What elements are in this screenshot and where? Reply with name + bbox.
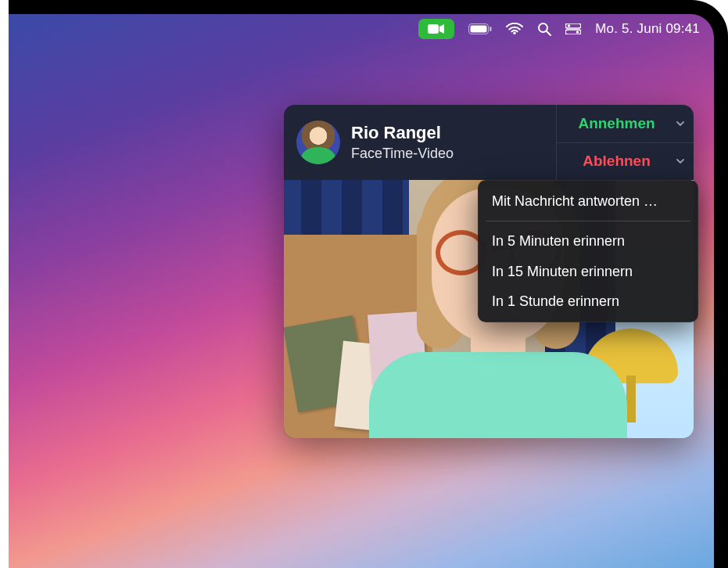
control-center-icon[interactable] <box>565 23 581 34</box>
caller-text: Rio Rangel FaceTime-Video <box>351 123 454 161</box>
facetime-status-pill[interactable] <box>418 19 454 39</box>
menu-item-remind-1h[interactable]: In 1 Stunde erinnern <box>478 286 698 316</box>
menu-item-remind-5min[interactable]: In 5 Minuten erinnern <box>478 226 698 256</box>
notification-header: Rio Rangel FaceTime-Video Annehmen Ableh… <box>284 105 694 180</box>
spotlight-icon[interactable] <box>537 22 551 36</box>
decline-button-label: Ablehnen <box>583 153 651 170</box>
svg-rect-0 <box>428 24 439 34</box>
avatar <box>296 120 340 164</box>
notification-actions: Annehmen Ablehnen <box>556 105 694 180</box>
menu-item-remind-15min[interactable]: In 15 Minuten erinnern <box>478 257 698 286</box>
svg-point-9 <box>576 31 579 34</box>
facetime-notification: Rio Rangel FaceTime-Video Annehmen Ableh… <box>284 105 694 438</box>
accept-button[interactable]: Annehmen <box>557 105 694 142</box>
chevron-down-icon[interactable] <box>676 156 684 167</box>
menu-bar-clock[interactable]: Mo. 5. Juni 09:41 <box>595 21 700 37</box>
accept-button-label: Annehmen <box>578 115 654 132</box>
svg-rect-3 <box>490 27 492 31</box>
svg-point-7 <box>568 24 571 27</box>
chevron-down-icon[interactable] <box>676 118 684 129</box>
decline-button[interactable]: Ablehnen <box>557 142 694 181</box>
menu-separator <box>486 221 690 221</box>
caller-info: Rio Rangel FaceTime-Video <box>284 105 556 180</box>
svg-line-5 <box>547 31 550 35</box>
caller-name: Rio Rangel <box>351 123 454 143</box>
decline-options-menu: Mit Nachricht antworten … In 5 Minuten e… <box>478 180 698 322</box>
device-frame: Mo. 5. Juni 09:41 Rio Rangel FaceTime-Vi… <box>9 0 728 568</box>
caller-subtitle: FaceTime-Video <box>351 146 454 162</box>
desktop: Mo. 5. Juni 09:41 Rio Rangel FaceTime-Vi… <box>9 14 714 568</box>
battery-icon[interactable] <box>468 23 492 34</box>
wifi-icon[interactable] <box>506 23 523 35</box>
menu-bar: Mo. 5. Juni 09:41 <box>9 14 714 44</box>
svg-rect-2 <box>471 26 487 33</box>
menu-item-reply-with-message[interactable]: Mit Nachricht antworten … <box>478 186 698 216</box>
